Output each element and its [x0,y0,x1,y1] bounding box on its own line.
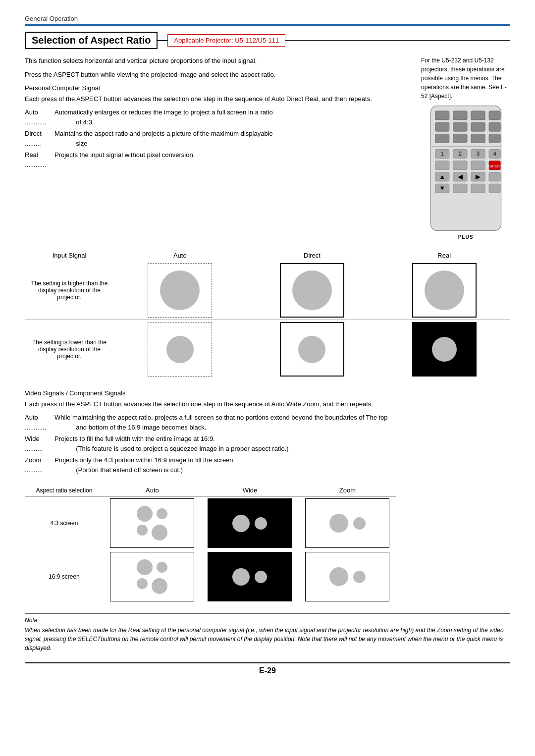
svg-rect-11 [471,134,484,143]
title-connector [158,40,167,41]
video-def-body-zoom: Projects only the 4:3 portion within 16:… [54,455,510,475]
table2-col3-header: Zoom [299,485,396,496]
row-169-wide [201,550,299,603]
svg-rect-6 [453,122,467,131]
svg-rect-1 [435,111,449,120]
svg-rect-2 [453,111,467,120]
def-item-real: Real ............ Projects the input sig… [25,150,411,169]
note-body: When selection has been made for the Rea… [25,626,510,652]
svg-rect-33 [488,172,500,181]
svg-text:2: 2 [458,150,461,157]
video-heading: Video Signals / Component Signals [25,388,510,398]
video-def-auto: Auto ............ While maintaining the … [25,413,510,432]
svg-rect-36 [453,184,467,193]
table2-col1-header: Auto [104,485,201,496]
svg-text:▼: ▼ [439,184,445,192]
svg-rect-3 [471,111,484,120]
def-term-real: Real ............ [25,150,54,169]
svg-text:◀: ◀ [457,173,462,180]
section-title: Selection of Aspect Ratio [25,32,158,49]
table2-col0-header: Aspect ratio selection [25,485,104,496]
row2-direct-cell [246,320,378,379]
def-body-real: Projects the input signal without pixel … [54,150,411,169]
video-def-term-auto: Auto ............ [25,413,54,432]
remote-control-image: 1 2 3 4 ASPECT ▲ ◀ ▶ [421,105,510,240]
def-term-direct: Direct ......... [25,129,54,148]
row-43-auto [104,496,201,550]
svg-text:1: 1 [440,150,443,157]
pc-sequence: Each press of the ASPECT button advances… [25,94,411,104]
svg-text:▶: ▶ [476,173,481,180]
aspect-table-section: Aspect ratio selection Auto Wide Zoom 4:… [25,485,510,603]
video-def-zoom: Zoom .......... Projects only the 4:3 po… [25,455,510,475]
row-169-zoom [299,550,396,603]
def-body-auto: Automatically enlarges or reduces the im… [54,108,411,127]
table-row: The setting is lower than the display re… [25,320,510,379]
table-row: 16:9 screen [25,550,396,603]
def-item-direct: Direct ......... Maintains the aspect ra… [25,129,411,148]
svg-rect-8 [488,122,500,131]
def-item-auto: Auto ............ Automatically enlarges… [25,108,411,127]
row-169-label: 16:9 screen [25,550,104,603]
table-row: 4:3 screen [25,496,396,550]
note-title: Note: [25,617,510,624]
pc-signal-table: Input Signal Auto Direct Real The settin… [25,250,510,378]
row-169-auto [104,550,201,603]
svg-rect-12 [488,134,500,143]
def-body-direct: Maintains the aspect ratio and projects … [54,129,411,148]
svg-rect-5 [435,122,449,131]
blue-divider [25,24,510,26]
row2-label: The setting is lower than the display re… [25,320,114,379]
applicable-projector: Applicable Projector: U5-112/U5-111 [167,34,285,47]
video-def-body-auto: While maintaining the aspect ratio, proj… [54,413,510,432]
svg-rect-38 [488,184,500,193]
intro-text-2: Press the ASPECT button while viewing th… [25,70,411,80]
svg-rect-10 [453,134,467,143]
row1-real-cell [378,261,510,320]
svg-text:▲: ▲ [439,173,445,180]
row1-auto-cell [114,261,246,320]
svg-rect-22 [435,161,449,170]
def-term-auto: Auto ............ [25,108,54,127]
svg-rect-23 [453,161,467,170]
row-43-zoom [299,496,396,550]
svg-rect-9 [435,134,449,143]
table1-col1-header: Auto [114,250,246,261]
video-section: Video Signals / Component Signals Each p… [25,388,510,475]
video-def-body-wide: Projects to fill the full width with the… [54,434,510,453]
table2-col2-header: Wide [201,485,299,496]
remote-control-svg: 1 2 3 4 ASPECT ▲ ◀ ▶ [428,105,504,232]
video-def-term-zoom: Zoom .......... [25,455,54,475]
table1-col0-header: Input Signal [25,250,114,261]
plus-label: PLUS [458,234,474,240]
video-def-term-wide: Wide .......... [25,434,54,453]
video-sequence: Each press of the ASPECT button advances… [25,399,510,409]
intro-text-1: This function selects horizontal and ver… [25,56,411,66]
row2-auto-cell [114,320,246,379]
note-section: Note: When selection has been made for t… [25,613,510,652]
row1-direct-cell [246,261,378,320]
row2-real-cell [378,320,510,379]
general-operation-label: General Operation [25,15,510,22]
table-row: The setting is higher than the display r… [25,261,510,320]
svg-rect-7 [471,122,484,131]
svg-rect-37 [471,184,484,193]
table1-col3-header: Real [378,250,510,261]
row-43-label: 4:3 screen [25,496,104,550]
svg-rect-4 [488,111,500,120]
video-def-wide: Wide .......... Projects to fill the ful… [25,434,510,453]
right-col-text: For the U5-232 and U5-132 projectors, th… [421,56,510,101]
title-line-right [285,40,510,41]
svg-text:4: 4 [493,150,496,157]
pc-heading: Personal Computer Signal [25,83,411,93]
svg-rect-24 [471,161,484,170]
row1-label: The setting is higher than the display r… [25,261,114,320]
page-number: E-29 [25,662,510,675]
svg-text:ASPECT: ASPECT [487,164,502,168]
svg-text:3: 3 [476,150,479,157]
table1-col2-header: Direct [246,250,378,261]
row-43-wide [201,496,299,550]
